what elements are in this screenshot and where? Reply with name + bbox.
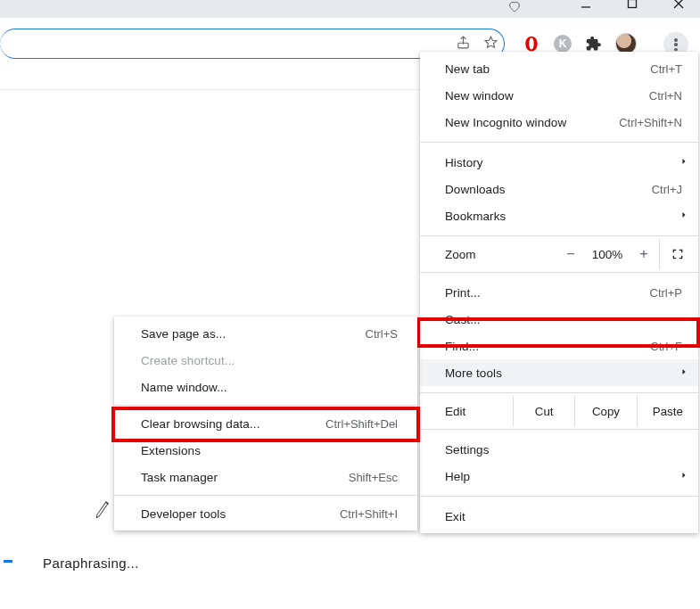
star-icon[interactable] [483, 35, 498, 53]
menu-label: More tools [445, 366, 684, 380]
pen-icon [91, 496, 116, 524]
menu-label: Task manager [141, 471, 349, 484]
extension-1-icon[interactable] [522, 34, 541, 53]
menu-exit[interactable]: Exit [420, 503, 698, 530]
chrome-menu: New tab Ctrl+T New window Ctrl+N New Inc… [420, 52, 698, 533]
menu-shortcut: Ctrl+P [650, 286, 684, 300]
menu-label: Bookmarks [445, 210, 684, 223]
submenu-create-shortcut: Create shortcut... [114, 347, 417, 374]
menu-label: New tab [445, 62, 650, 76]
menu-label: Clear browsing data... [141, 417, 325, 431]
submenu-extensions[interactable]: Extensions [114, 437, 417, 464]
submenu-developer-tools[interactable]: Developer tools Ctrl+Shift+I [114, 500, 417, 527]
menu-print[interactable]: Print... Ctrl+P [420, 279, 698, 306]
share-icon[interactable] [456, 35, 471, 53]
zoom-out-button[interactable]: − [556, 246, 586, 262]
maximize-button[interactable] [623, 0, 641, 12]
window-titlebar [0, 0, 700, 18]
chevron-right-icon [679, 156, 689, 169]
menu-settings[interactable]: Settings [420, 436, 698, 463]
k-badge-label: K [554, 35, 572, 53]
close-button[interactable] [670, 0, 688, 12]
submenu-save-page[interactable]: Save page as... Ctrl+S [114, 320, 417, 347]
menu-find[interactable]: Find... Ctrl+F [420, 333, 698, 359]
progress-tick [4, 560, 12, 563]
more-tools-submenu: Save page as... Ctrl+S Create shortcut..… [114, 317, 417, 531]
menu-label: Exit [445, 510, 684, 523]
zoom-level: 100% [586, 248, 629, 261]
menu-label: Extensions [141, 444, 399, 457]
menu-label: Create shortcut... [141, 354, 399, 367]
svg-rect-1 [629, 0, 637, 8]
menu-shortcut: Ctrl+F [650, 340, 684, 353]
menu-bookmarks[interactable]: Bookmarks [420, 202, 698, 229]
menu-label: New window [445, 89, 649, 103]
menu-shortcut: Ctrl+S [366, 327, 399, 341]
menu-help[interactable]: Help [420, 463, 698, 490]
chevron-right-icon [679, 470, 689, 483]
heart-icon [507, 0, 522, 17]
menu-history[interactable]: History [420, 149, 698, 176]
menu-incognito[interactable]: New Incognito window Ctrl+Shift+N [420, 109, 698, 136]
menu-shortcut: Ctrl+Shift+I [340, 507, 399, 521]
minimize-button[interactable] [577, 0, 595, 12]
chevron-right-icon [679, 366, 689, 380]
submenu-name-window[interactable]: Name window... [114, 374, 417, 400]
edit-cut[interactable]: Cut [513, 396, 574, 426]
menu-label: New Incognito window [445, 116, 619, 129]
edit-paste[interactable]: Paste [637, 396, 698, 426]
menu-cast[interactable]: Cast... [420, 306, 698, 333]
menu-label: Settings [445, 443, 684, 457]
menu-downloads[interactable]: Downloads Ctrl+J [420, 176, 698, 202]
menu-label: Help [445, 470, 684, 483]
submenu-clear-browsing[interactable]: Clear browsing data... Ctrl+Shift+Del [114, 410, 417, 437]
menu-shortcut: Ctrl+T [650, 62, 684, 76]
menu-label: Downloads [445, 183, 652, 196]
menu-shortcut: Ctrl+Shift+N [619, 116, 684, 129]
menu-new-tab[interactable]: New tab Ctrl+T [420, 55, 698, 82]
menu-label: Name window... [141, 381, 399, 394]
menu-label: Developer tools [141, 507, 340, 521]
menu-shortcut: Ctrl+J [652, 183, 684, 196]
edit-copy[interactable]: Copy [574, 396, 636, 426]
zoom-in-button[interactable]: + [629, 246, 659, 262]
submenu-task-manager[interactable]: Task manager Shift+Esc [114, 464, 417, 490]
menu-shortcut: Ctrl+Shift+Del [325, 417, 399, 431]
extensions-button[interactable] [584, 34, 604, 53]
content-separator [0, 89, 420, 90]
menu-shortcut: Ctrl+N [649, 89, 684, 103]
menu-label: Zoom [445, 248, 556, 261]
menu-shortcut: Shift+Esc [349, 471, 399, 484]
menu-zoom-row: Zoom − 100% + [420, 239, 698, 269]
menu-new-window[interactable]: New window Ctrl+N [420, 82, 698, 109]
status-text: Paraphrasing... [43, 556, 139, 571]
menu-label: Print... [445, 286, 650, 300]
menu-more-tools[interactable]: More tools [420, 359, 698, 386]
chevron-right-icon [679, 210, 689, 223]
menu-label: Edit [420, 405, 513, 418]
menu-label: Cast... [445, 313, 684, 326]
menu-label: History [445, 156, 684, 169]
fullscreen-button[interactable] [659, 239, 698, 269]
menu-label: Save page as... [141, 327, 366, 341]
extension-2-icon[interactable]: K [553, 34, 572, 53]
menu-edit-row: Edit Cut Copy Paste [420, 396, 698, 426]
menu-label: Find... [445, 340, 650, 353]
